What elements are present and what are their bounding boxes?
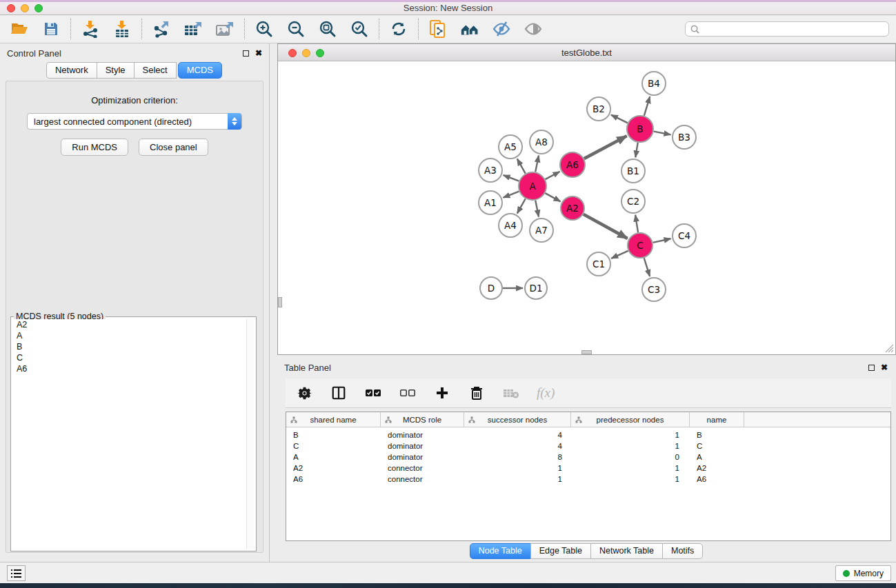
- column-type-icon: [575, 416, 582, 423]
- graph-edge[interactable]: [546, 172, 560, 179]
- graph-edge[interactable]: [535, 156, 539, 172]
- graph-edge[interactable]: [517, 199, 526, 213]
- table-header-row: shared name MCDS role successor nodes pr…: [286, 412, 890, 427]
- save-session-icon[interactable]: [41, 19, 61, 39]
- float-panel-icon[interactable]: [243, 50, 249, 57]
- graph-edge[interactable]: [653, 239, 671, 243]
- network-window-titlebar[interactable]: testGlobe.txt: [278, 44, 895, 61]
- graph-node-label: C1: [593, 258, 605, 270]
- column-header-name[interactable]: name: [690, 412, 744, 427]
- table-cell: B: [286, 431, 381, 439]
- mcds-result-item[interactable]: B: [13, 341, 254, 352]
- table-cell: A2: [286, 464, 381, 472]
- graph-node-label: A6: [566, 159, 579, 170]
- column-header-predecessor-nodes[interactable]: predecessor nodes: [571, 412, 690, 427]
- table-cell: 4: [464, 431, 571, 439]
- import-network-icon[interactable]: [81, 19, 100, 39]
- function-builder-icon[interactable]: f(x): [537, 385, 555, 401]
- table-row[interactable]: Bdominator41B: [286, 429, 890, 440]
- float-table-panel-icon[interactable]: [868, 365, 875, 371]
- graph-edge[interactable]: [535, 201, 539, 217]
- tab-style[interactable]: Style: [97, 62, 135, 79]
- zoom-selected-icon[interactable]: [350, 19, 369, 39]
- network-canvas[interactable]: B4B2BB3A5A8A6A3B1AA1C2A2A4A7CC4C1C3DD1: [278, 61, 895, 354]
- mcds-scrollbar[interactable]: [246, 319, 254, 549]
- add-column-icon[interactable]: [433, 384, 451, 402]
- deselect-all-icon[interactable]: [399, 384, 417, 402]
- column-header-mcds-role[interactable]: MCDS role: [381, 412, 464, 427]
- show-all-icon[interactable]: [524, 19, 543, 39]
- graph-edge[interactable]: [644, 258, 650, 276]
- tab-mcds[interactable]: MCDS: [178, 62, 222, 79]
- close-panel-icon[interactable]: ✖: [255, 50, 262, 57]
- graph-edge[interactable]: [635, 215, 638, 232]
- graph-edge[interactable]: [584, 136, 627, 159]
- mcds-result-item[interactable]: A2: [13, 319, 254, 330]
- search-box[interactable]: [685, 21, 889, 37]
- graph-edge[interactable]: [635, 143, 638, 158]
- settings-gear-icon[interactable]: [295, 384, 313, 402]
- graph-node-label: C4: [678, 230, 690, 241]
- table-row[interactable]: Adominator80A: [286, 452, 890, 463]
- graph-edge[interactable]: [644, 97, 650, 116]
- tab-motifs[interactable]: Motifs: [662, 543, 703, 559]
- close-table-panel-icon[interactable]: ✖: [881, 364, 888, 371]
- zoom-in-icon[interactable]: [255, 19, 274, 39]
- mcds-result-item[interactable]: A: [13, 330, 254, 341]
- network-graph[interactable]: B4B2BB3A5A8A6A3B1AA1C2A2A4A7CC4C1C3DD1: [278, 61, 895, 354]
- clone-network-icon[interactable]: [428, 19, 448, 39]
- graph-edge[interactable]: [504, 175, 519, 181]
- graph-edge[interactable]: [517, 159, 526, 173]
- task-history-button[interactable]: [7, 565, 26, 581]
- export-image-icon[interactable]: [215, 19, 235, 39]
- search-input[interactable]: [703, 24, 888, 34]
- import-table-icon[interactable]: [112, 19, 132, 39]
- delete-table-icon[interactable]: [502, 384, 520, 402]
- tab-network[interactable]: Network: [46, 62, 97, 79]
- column-visibility-icon[interactable]: [330, 384, 348, 402]
- graph-edge[interactable]: [584, 214, 628, 239]
- graph-edge[interactable]: [545, 193, 560, 201]
- first-neighbors-icon[interactable]: [460, 19, 479, 39]
- zoom-out-icon[interactable]: [286, 19, 306, 39]
- column-type-icon: [468, 416, 475, 423]
- table-cell: 1: [571, 431, 690, 439]
- memory-button[interactable]: Memory: [835, 565, 891, 581]
- graph-edge[interactable]: [611, 115, 628, 123]
- run-mcds-button[interactable]: Run MCDS: [61, 139, 128, 156]
- mcds-result-list[interactable]: A2ABCA6: [13, 319, 254, 549]
- export-network-icon[interactable]: [152, 19, 171, 39]
- table-cell: C: [286, 442, 381, 450]
- table-cell: 0: [571, 453, 690, 461]
- table-row[interactable]: A2connector11A2: [286, 463, 890, 474]
- delete-column-icon[interactable]: [468, 384, 486, 402]
- open-file-icon[interactable]: [10, 19, 29, 39]
- mcds-result-item[interactable]: A6: [13, 363, 254, 374]
- hide-selected-icon[interactable]: [492, 19, 511, 39]
- column-header-successor-nodes[interactable]: successor nodes: [464, 412, 571, 427]
- optimization-criterion-label: Optimization criterion:: [6, 95, 263, 105]
- horizontal-scroll-thumb[interactable]: [581, 350, 592, 354]
- table-panel: Table Panel ✖ f(x): [277, 358, 896, 561]
- graph-edge[interactable]: [504, 192, 519, 198]
- select-all-icon[interactable]: [364, 384, 382, 402]
- table-cell: C: [690, 442, 744, 450]
- column-header-shared-name[interactable]: shared name: [286, 412, 381, 427]
- tab-network-table[interactable]: Network Table: [590, 543, 663, 559]
- resize-grip[interactable]: [885, 344, 894, 353]
- table-row[interactable]: Cdominator41C: [286, 440, 890, 452]
- tab-select[interactable]: Select: [134, 62, 177, 79]
- export-table-icon[interactable]: [183, 19, 203, 39]
- tab-node-table[interactable]: Node Table: [470, 543, 531, 559]
- criterion-select[interactable]: largest connected component (directed): [27, 113, 242, 130]
- vertical-scroll-thumb[interactable]: [278, 297, 282, 307]
- refresh-icon[interactable]: [389, 19, 408, 39]
- table-cell: dominator: [381, 431, 464, 439]
- mcds-result-item[interactable]: C: [13, 352, 254, 363]
- tab-edge-table[interactable]: Edge Table: [530, 543, 591, 559]
- graph-edge[interactable]: [654, 132, 671, 135]
- zoom-fit-icon[interactable]: [318, 19, 337, 39]
- close-panel-button[interactable]: Close panel: [139, 139, 208, 156]
- table-row[interactable]: A6connector11A6: [286, 474, 890, 485]
- graph-edge[interactable]: [611, 251, 628, 258]
